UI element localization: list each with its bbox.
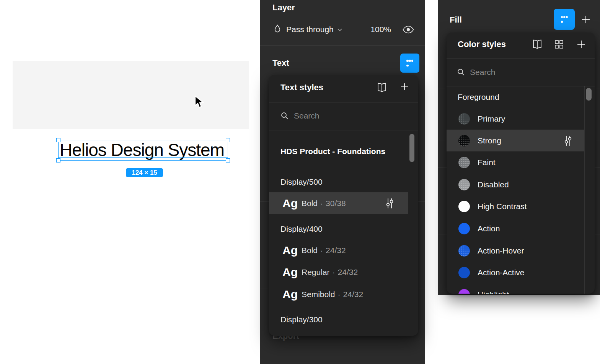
- color-swatch: [458, 201, 470, 212]
- layer-section-title: Layer: [272, 3, 295, 13]
- divider: [260, 352, 425, 352]
- color-swatch: [458, 267, 470, 278]
- color-style-label: Primary: [478, 114, 505, 123]
- selection-handle-ne[interactable]: [226, 138, 230, 142]
- text-style-row-bold-24[interactable]: Ag Bold · 24/32: [269, 239, 408, 261]
- style-sample: Ag: [282, 197, 302, 210]
- color-style-label: Action-Hover: [478, 246, 524, 255]
- selection-handle-sw[interactable]: [56, 158, 60, 162]
- droplet-icon: [272, 24, 282, 35]
- color-swatch: [458, 113, 470, 125]
- opacity-field[interactable]: 100%: [364, 25, 391, 34]
- book-icon[interactable]: [532, 39, 543, 50]
- scrollbar-thumb[interactable]: [586, 88, 592, 101]
- text-style-row-bold-30[interactable]: Ag Bold · 30/38: [269, 192, 408, 214]
- style-weight: Bold: [302, 246, 318, 255]
- style-weight: Semibold: [302, 290, 335, 299]
- blend-mode-select[interactable]: Pass through: [286, 25, 334, 34]
- scrollbar-track[interactable]: [584, 86, 585, 294]
- color-style-row-disabled[interactable]: Disabled: [447, 174, 584, 195]
- adjust-icon[interactable]: [563, 135, 572, 147]
- separator: ·: [333, 268, 335, 277]
- styles-icon: [406, 60, 413, 67]
- style-size: 24/32: [343, 290, 364, 299]
- color-group-name: Foreground: [458, 93, 499, 102]
- color-style-row-faint[interactable]: Faint: [447, 151, 584, 173]
- text-section-title: Text: [272, 58, 289, 68]
- library-name: HDS Product - Foundations: [280, 147, 385, 156]
- add-color-style-button[interactable]: [576, 39, 587, 50]
- selection-box[interactable]: Helios Design System: [58, 140, 228, 161]
- color-swatch: [458, 135, 470, 146]
- style-size: 30/38: [326, 199, 346, 208]
- color-style-label: Highlight: [478, 290, 509, 294]
- color-styles-toggle-button[interactable]: [554, 9, 575, 30]
- divider: [269, 130, 418, 130]
- cursor-icon: [194, 95, 205, 109]
- color-style-row-action-active[interactable]: Action-Active: [447, 262, 584, 283]
- divider: [260, 45, 425, 46]
- style-sample: Ag: [282, 288, 302, 301]
- color-style-label: Strong: [478, 136, 501, 145]
- style-weight: Bold: [302, 199, 318, 208]
- color-style-row-action-hover[interactable]: Action-Hover: [447, 240, 584, 262]
- search-icon: [280, 111, 289, 120]
- scrollbar-track[interactable]: [408, 130, 408, 336]
- selection-handle-nw[interactable]: [56, 138, 60, 142]
- style-sample: Ag: [282, 244, 302, 257]
- style-size: 24/32: [338, 268, 358, 277]
- styles-icon: [561, 16, 568, 23]
- adjust-icon[interactable]: [385, 197, 394, 210]
- add-fill-button[interactable]: [580, 14, 592, 25]
- text-style-row-semibold-24[interactable]: Ag Semibold · 24/32: [269, 283, 408, 305]
- style-group-name: Display/300: [280, 315, 323, 324]
- separator: ·: [320, 199, 323, 208]
- add-text-style-button[interactable]: [399, 81, 410, 92]
- fill-section-title: Fill: [450, 15, 462, 25]
- text-styles-title: Text styles: [280, 83, 323, 93]
- search-icon: [457, 68, 466, 77]
- separator: ·: [338, 290, 341, 299]
- style-group-name: Display/400: [280, 224, 323, 234]
- color-style-row-primary[interactable]: Primary: [447, 108, 584, 130]
- color-swatch: [458, 223, 470, 234]
- separator: ·: [320, 246, 323, 255]
- text-underline: [59, 157, 228, 158]
- chevron-down-icon[interactable]: [336, 26, 344, 33]
- text-styles-toggle-button[interactable]: [400, 54, 419, 73]
- book-icon[interactable]: [376, 82, 388, 93]
- style-weight: Regular: [302, 268, 330, 277]
- selection-handle-se[interactable]: [226, 158, 230, 162]
- text-styles-search-input[interactable]: [293, 110, 398, 122]
- color-swatch: [458, 245, 470, 257]
- style-group-name: Display/500: [280, 177, 323, 187]
- canvas[interactable]: Helios Design System 124 × 15: [13, 61, 249, 129]
- color-style-row-highlight[interactable]: Highlight: [447, 284, 584, 294]
- eye-icon[interactable]: [402, 24, 415, 35]
- color-style-row-high-contrast[interactable]: High Contrast: [447, 195, 584, 217]
- divider: [447, 58, 595, 59]
- dimension-badge: 124 × 15: [126, 168, 163, 177]
- divider: [447, 86, 595, 86]
- grid-view-icon[interactable]: [554, 39, 564, 50]
- color-swatch: [458, 289, 470, 294]
- text-styles-dropdown: Text styles HDS Product - Foundations Di…: [269, 75, 418, 336]
- style-sample: Ag: [282, 266, 302, 279]
- style-size: 24/32: [326, 246, 346, 255]
- color-style-label: Faint: [478, 158, 496, 167]
- text-style-row-regular-24[interactable]: Ag Regular · 24/32: [269, 261, 408, 283]
- color-styles-title: Color styles: [458, 39, 506, 49]
- figma-screenshot: Helios Design System 124 × 15 Layer Pass…: [0, 0, 600, 364]
- color-style-row-strong[interactable]: Strong: [447, 130, 584, 151]
- color-swatch: [458, 179, 470, 190]
- color-style-label: Action: [478, 224, 500, 233]
- color-style-row-action[interactable]: Action: [447, 218, 584, 239]
- color-style-label: High Contrast: [478, 202, 527, 211]
- scrollbar-thumb[interactable]: [409, 134, 414, 162]
- color-styles-dropdown: Color styles Foreground: [447, 32, 595, 294]
- color-styles-search-input[interactable]: [469, 66, 566, 78]
- color-style-label: Disabled: [478, 180, 509, 189]
- color-style-label: Action-Active: [478, 268, 525, 277]
- color-swatch: [458, 157, 470, 168]
- divider: [269, 102, 418, 102]
